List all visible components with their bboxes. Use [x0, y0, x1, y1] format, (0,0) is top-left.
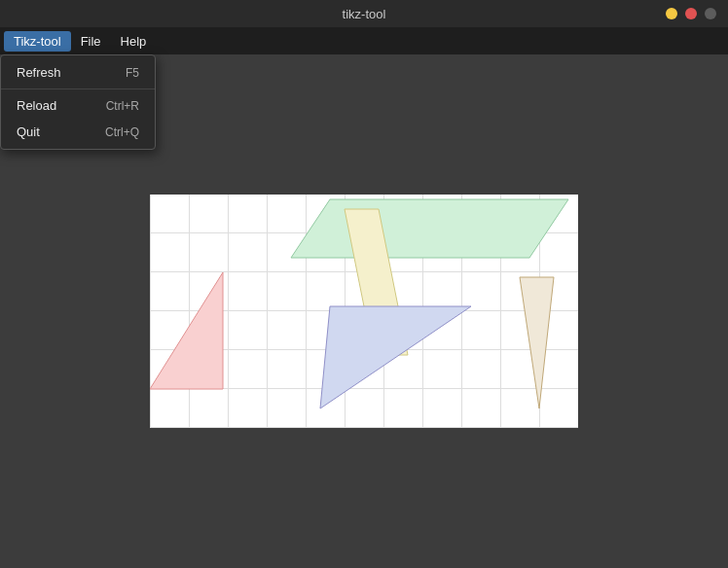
close-button[interactable]	[685, 8, 697, 19]
minimize-button[interactable]	[666, 8, 677, 19]
parallelogram-green	[291, 199, 568, 258]
menu-tikztool[interactable]: Tikz-tool	[4, 31, 71, 52]
canvas-area	[150, 195, 578, 428]
reload-shortcut: Ctrl+R	[106, 99, 139, 113]
quit-label: Quit	[17, 124, 40, 139]
menubar: Tikz-tool File Help Refresh F5 Reload Ct…	[0, 27, 728, 54]
reload-label: Reload	[17, 98, 56, 113]
menu-item-refresh[interactable]: Refresh F5	[1, 59, 155, 86]
menu-file[interactable]: File	[71, 31, 111, 52]
window-controls	[666, 8, 716, 19]
shapes-svg	[150, 195, 578, 428]
menu-help[interactable]: Help	[111, 31, 157, 52]
refresh-shortcut: F5	[126, 66, 139, 80]
quit-shortcut: Ctrl+Q	[105, 125, 139, 139]
menu-item-quit[interactable]: Quit Ctrl+Q	[1, 119, 155, 145]
menu-item-reload[interactable]: Reload Ctrl+R	[1, 92, 155, 119]
refresh-label: Refresh	[17, 65, 61, 80]
dropdown-separator	[1, 89, 155, 89]
tikztool-dropdown: Refresh F5 Reload Ctrl+R Quit Ctrl+Q	[0, 54, 156, 150]
triangle-blue	[320, 306, 471, 408]
triangle-beige	[520, 277, 554, 408]
fullscreen-button[interactable]	[705, 8, 716, 19]
triangle-pink	[150, 272, 223, 389]
titlebar: tikz-tool	[0, 0, 728, 27]
app-title: tikz-tool	[343, 7, 386, 21]
